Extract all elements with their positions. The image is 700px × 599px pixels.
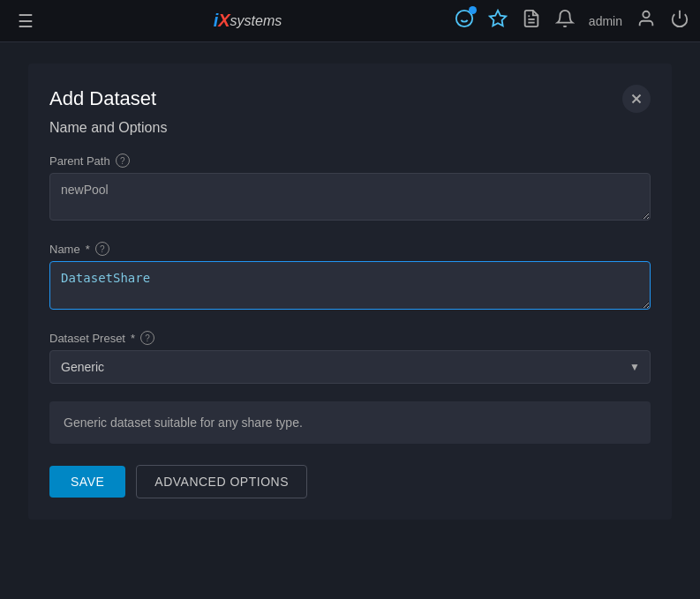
form-title-row: Add Dataset xyxy=(49,85,651,113)
advanced-options-button[interactable]: Advanced Options xyxy=(136,465,307,498)
section-title: Name and Options xyxy=(49,120,651,136)
name-help-icon[interactable]: ? xyxy=(95,242,109,256)
name-label: Name * ? xyxy=(49,242,651,256)
info-box: Generic dataset suitable for any share t… xyxy=(49,401,651,444)
close-button[interactable] xyxy=(622,85,651,113)
parent-path-input[interactable] xyxy=(49,173,651,221)
navbar-left: ☰ xyxy=(11,7,41,35)
feedback-icon[interactable] xyxy=(455,9,474,33)
navbar: ☰ i X systems xyxy=(0,0,700,42)
hamburger-menu-icon[interactable]: ☰ xyxy=(11,7,41,35)
parent-path-group: Parent Path ? xyxy=(49,153,651,224)
power-icon[interactable] xyxy=(670,9,689,33)
name-group: Name * ? DatasetShare xyxy=(49,242,651,313)
main-content: Add Dataset Name and Options Parent Path… xyxy=(0,42,700,541)
dataset-preset-help-icon[interactable]: ? xyxy=(140,331,154,345)
dataset-preset-select-wrapper: Generic SMB NFS Multiprotocol ▼ xyxy=(49,350,651,384)
admin-label[interactable]: admin xyxy=(589,14,622,28)
logo-systems: systems xyxy=(230,13,282,29)
action-row: Save Advanced Options xyxy=(49,465,651,498)
svg-point-6 xyxy=(643,11,649,18)
alerts-icon[interactable] xyxy=(555,9,575,33)
info-text: Generic dataset suitable for any share t… xyxy=(64,416,303,430)
parent-path-help-icon[interactable]: ? xyxy=(116,153,130,168)
name-input[interactable]: DatasetShare xyxy=(49,261,651,310)
user-icon[interactable] xyxy=(636,9,656,33)
name-required-marker: * xyxy=(86,243,90,256)
navbar-right: admin xyxy=(455,9,689,33)
dataset-preset-required-marker: * xyxy=(131,332,135,345)
dataset-preset-label: Dataset Preset * ? xyxy=(49,331,651,345)
svg-marker-3 xyxy=(490,11,506,26)
navbar-center: i X systems xyxy=(214,11,282,31)
logo: i X systems xyxy=(214,11,282,31)
form-panel: Add Dataset Name and Options Parent Path… xyxy=(28,64,672,520)
logo-x: X xyxy=(218,11,230,31)
form-title: Add Dataset xyxy=(49,87,156,110)
apps-icon[interactable] xyxy=(488,9,508,33)
dataset-preset-group: Dataset Preset * ? Generic SMB NFS Multi… xyxy=(49,331,651,384)
tasks-icon[interactable] xyxy=(522,9,541,33)
parent-path-label: Parent Path ? xyxy=(49,153,651,168)
dataset-preset-select[interactable]: Generic SMB NFS Multiprotocol xyxy=(49,350,651,384)
save-button[interactable]: Save xyxy=(49,466,125,498)
